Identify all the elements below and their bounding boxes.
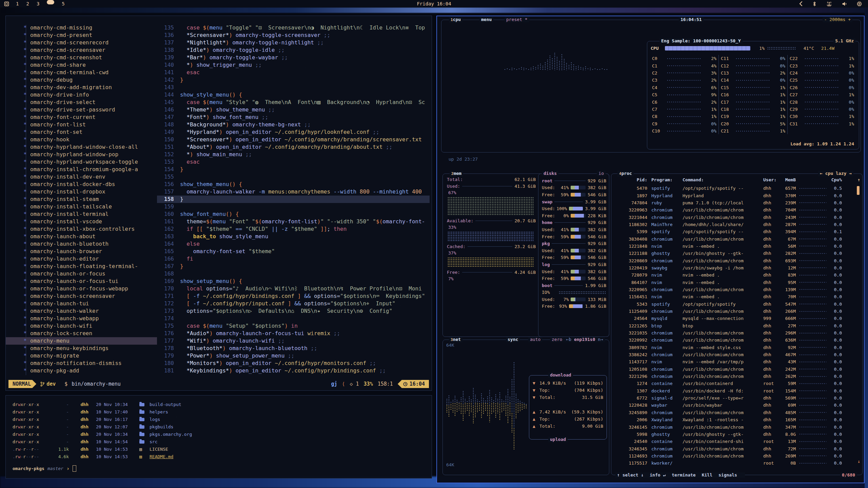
process-row[interactable]: 6772signal-d/proc/self/exe --type=rdhh56…	[616, 394, 853, 402]
process-mem[interactable]: 92M	[779, 345, 796, 350]
process-row[interactable]: 728079nvimnvim --embed .dhh83M0.0	[616, 271, 853, 279]
code-line[interactable]: 146 *Theme*) show_theme_menu ;;	[157, 106, 430, 114]
explorer-item-label[interactable]: omarchy-install-docker-dbs	[30, 181, 115, 188]
code-line[interactable]: 165 omarchy-font-set "$theme"	[157, 248, 430, 255]
process-row[interactable]: 1205108chromium/usr/lib/chromium/chromdh…	[616, 366, 853, 373]
core-row[interactable]: C46%	[652, 84, 716, 91]
process-mem[interactable]: 347M	[779, 425, 796, 430]
process-row[interactable]: 5998ghostty/usr/bin/ghostty --gtk-dhh8.0…	[616, 431, 853, 438]
code-line[interactable]: 136 *Screensaver*) omarchy-toggle-screen…	[157, 32, 430, 39]
file-permissions[interactable]: .rw-r--r--	[13, 446, 53, 453]
process-mem[interactable]: 154M	[779, 388, 796, 393]
explorer-item-label[interactable]: omarchy-launch-walker	[30, 307, 99, 315]
line-number[interactable]: 155	[157, 173, 180, 181]
explorer-item[interactable]: *omarchy-drive-set-password	[6, 106, 157, 114]
core-usage[interactable]: 0%	[841, 85, 854, 90]
process-mem[interactable]: 95M	[779, 280, 796, 285]
process-cpu[interactable]: 0.0	[830, 395, 842, 401]
process-row[interactable]: 3830408chromium/usr/lib/chromium/chromdh…	[616, 235, 853, 242]
code-text[interactable]: *Wifi*) omarchy-launch-wifi ;;	[180, 337, 284, 345]
process-user[interactable]: dhh	[763, 207, 779, 212]
file-marker-icon[interactable]: *	[20, 196, 30, 203]
file-date[interactable]: 10 Nov 14:53	[96, 453, 135, 461]
process-program[interactable]: ghostty	[651, 432, 683, 437]
process-user[interactable]: dhh	[763, 193, 779, 198]
file-marker-icon[interactable]: *	[20, 91, 30, 99]
code-line[interactable]: 175 case $(menu "Setup" "$options") in	[157, 322, 430, 330]
file-marker-icon[interactable]: *	[20, 136, 30, 143]
process-pid[interactable]: 1221265	[616, 323, 647, 328]
process-row[interactable]: 1274containe/usr/bin/containerdroot59M0.…	[616, 380, 853, 387]
code-text[interactable]: theme=$(menu "Font" "$(omarchy-font-list…	[180, 218, 425, 225]
file-marker-icon[interactable]: *	[20, 24, 30, 32]
process-row[interactable]: 3220965chromium/usr/lib/chromium/chromdh…	[616, 286, 853, 293]
process-command[interactable]: /usr/bin/ghostty --gtk-	[683, 432, 763, 437]
core-usage[interactable]: 1%	[704, 114, 716, 119]
process-user[interactable]: root	[763, 381, 779, 386]
code-text[interactable]: }	[180, 76, 183, 84]
line-number[interactable]: 160	[157, 210, 180, 218]
explorer-item-label[interactable]: omarchy-menu	[30, 337, 70, 345]
process-mem[interactable]: 43M	[779, 359, 796, 364]
code-text[interactable]: show_setup_menu() {	[180, 278, 242, 285]
core-name[interactable]: C29	[790, 107, 803, 112]
process-command[interactable]: /home/dhh/.local/share/	[683, 222, 763, 227]
file-owner[interactable]: dhh	[69, 401, 88, 408]
process-row[interactable]: 1220419swaybg/usr/bin/swaybg -i /homdhh1…	[616, 264, 853, 271]
file-permissions[interactable]: drwxr-xr-x	[13, 408, 53, 416]
process-user[interactable]: dhh	[763, 330, 779, 336]
file-marker-icon[interactable]: *	[20, 99, 30, 106]
code-line[interactable]: 171 [ -f ~/.config/hypr/bindings.conf ] …	[157, 292, 430, 300]
code-text[interactable]: *Font*) show_font_menu ;;	[180, 114, 268, 121]
core-row[interactable]: C14%	[652, 62, 716, 69]
file-marker-icon[interactable]: *	[20, 210, 30, 218]
process-cpu[interactable]: 0.0	[830, 265, 842, 270]
file-date[interactable]: 20 Nov 10:34	[96, 431, 135, 438]
disk-title-row[interactable]: boot1.99 GiB	[542, 282, 606, 289]
file-marker-icon[interactable]: *	[20, 46, 30, 54]
core-usage[interactable]: 1%	[841, 114, 854, 119]
process-mem[interactable]: 72M	[779, 446, 796, 451]
process-program[interactable]: ghostty	[651, 251, 683, 256]
process-pid[interactable]: 3245890	[616, 410, 647, 415]
process-row[interactable]: 864107nvimnvim --embed .dhh95M0.0	[616, 279, 853, 286]
net-tab[interactable]: 3net	[449, 337, 462, 343]
line-number[interactable]: 157	[157, 188, 180, 196]
core-row[interactable]: C221%	[790, 55, 854, 62]
core-name[interactable]: C3	[652, 78, 665, 83]
file-icon[interactable]: ▤	[139, 446, 150, 453]
explorer-item-label[interactable]: omarchy-launch-editor	[30, 255, 99, 263]
process-row[interactable]: 1221265btopbtopdhh27M0.0	[616, 322, 853, 329]
core-usage[interactable]: 0%	[772, 56, 785, 61]
code-line[interactable]: 158}	[157, 196, 430, 203]
process-program[interactable]: containe	[651, 439, 683, 444]
code-line[interactable]: 150 *Screensaver*) open_in_editor ~/.con…	[157, 136, 430, 143]
download-arrow-icon[interactable]: ▼	[533, 388, 539, 393]
explorer-item-label[interactable]: omarchy-font-set	[30, 128, 82, 136]
core-usage[interactable]: 4%	[704, 63, 716, 68]
process-cpu[interactable]: 0.0	[830, 403, 842, 408]
explorer-item-label[interactable]: omarchy-launch-webapp	[30, 315, 99, 322]
file-marker-icon[interactable]: *	[20, 181, 30, 188]
network-icon[interactable]	[826, 1, 832, 6]
core-row[interactable]: C32%	[652, 77, 716, 84]
core-usage[interactable]: 1%	[772, 128, 785, 134]
process-pid[interactable]: 5470	[616, 186, 647, 191]
proc-col-cpu[interactable]: Cpu%	[830, 177, 842, 184]
process-row[interactable]: 1221848nvimnvim --embed .dhh56M0.0	[616, 243, 853, 250]
process-cpu[interactable]: 0.0	[830, 287, 842, 292]
line-number[interactable]: 140	[157, 61, 180, 69]
process-cpu[interactable]: 0.0	[830, 200, 842, 205]
explorer-item[interactable]: *omarchy-install-dev-env	[6, 173, 157, 181]
disk-io-row[interactable]: IO%	[542, 289, 606, 296]
process-row[interactable]: 747804rubypuma 7.1.0 (tcp://localdhh239M…	[616, 199, 853, 206]
core-name[interactable]: C2	[652, 70, 665, 76]
code-line[interactable]: 178 *Bluetooth*) omarchy-launch-bluetoot…	[157, 345, 430, 352]
process-row[interactable]: 1143717nvimnvim --embed /var/tmp/pdhh43M…	[616, 358, 853, 365]
core-usage[interactable]: 0%	[841, 78, 854, 83]
process-command[interactable]: /usr/lib/chromium/chrom	[683, 410, 763, 415]
process-command[interactable]: /usr/bin/containerd	[683, 381, 763, 386]
code-text[interactable]: back_to show_style_menu	[180, 233, 268, 240]
file-size[interactable]: 1.1k	[53, 446, 69, 453]
file-size[interactable]: -	[53, 431, 69, 438]
